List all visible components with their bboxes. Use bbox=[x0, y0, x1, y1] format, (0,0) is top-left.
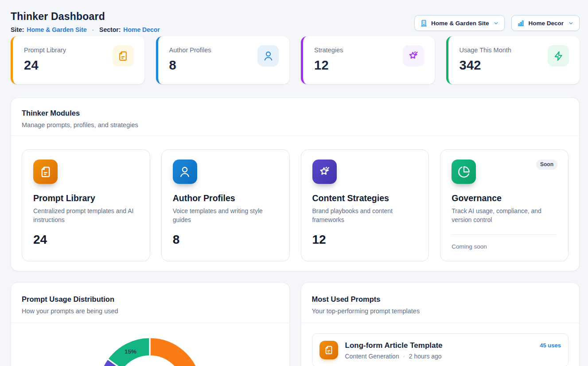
soon-badge: Soon bbox=[536, 160, 557, 170]
prompt-item-time: 2 hours ago bbox=[409, 353, 442, 360]
module-title: Content Strategies bbox=[312, 193, 418, 203]
module-count: 8 bbox=[173, 233, 278, 246]
modules-title: Thinker Modules bbox=[22, 108, 569, 118]
module-footer: Coming soon bbox=[452, 243, 557, 250]
modules-subtitle: Manage prompts, profiles, and strategies bbox=[22, 121, 569, 129]
module-title: Author Profiles bbox=[173, 193, 278, 203]
sparkle-star-icon bbox=[403, 45, 424, 66]
chevron-down-icon bbox=[493, 20, 499, 26]
donut-slice bbox=[150, 338, 202, 366]
sector-dropdown[interactable]: Home Decor bbox=[511, 15, 580, 31]
prompt-item-main: Long-form Article Template Content Gener… bbox=[345, 341, 533, 360]
prompt-item-meta: Content Generation · 2 hours ago bbox=[345, 353, 533, 360]
zap-icon bbox=[548, 45, 569, 66]
module-title: Prompt Library bbox=[33, 193, 139, 203]
prompt-item-category: Content Generation bbox=[345, 353, 399, 360]
module-description: Track AI usage, compliance, and version … bbox=[452, 206, 557, 224]
prompt-item-uses: 45 uses bbox=[540, 341, 561, 349]
most-used-title: Most Used Prompts bbox=[312, 294, 569, 304]
breadcrumb: Site: Home & Garden Site · Sector: Home … bbox=[11, 26, 160, 33]
sector-link[interactable]: Home Decor bbox=[123, 26, 160, 33]
user-icon bbox=[173, 160, 197, 184]
donut-slice-label: 15% bbox=[125, 348, 136, 355]
module-description: Brand playbooks and content frameworks bbox=[312, 206, 418, 224]
modules-header: Thinker Modules Manage prompts, profiles… bbox=[11, 98, 579, 136]
usage-distribution-panel: Prompt Usage Distribution How your promp… bbox=[11, 282, 290, 366]
prompt-list-item[interactable]: Long-form Article Template Content Gener… bbox=[312, 333, 569, 366]
pie-chart-icon bbox=[452, 160, 476, 184]
user-icon bbox=[257, 45, 279, 66]
module-card-prompt-library[interactable]: Prompt Library Centralized prompt templa… bbox=[22, 149, 150, 261]
meta-separator: · bbox=[403, 353, 405, 360]
divider bbox=[452, 234, 557, 235]
prompt-list: Long-form Article Template Content Gener… bbox=[301, 323, 580, 366]
page-title: Thinker Dashboard bbox=[11, 11, 160, 23]
sector-label: Sector: bbox=[99, 26, 121, 33]
site-dropdown[interactable]: Home & Garden Site bbox=[414, 15, 505, 31]
stat-card-usage: Usage This Month 342 bbox=[446, 36, 580, 84]
module-card-content-strategies[interactable]: Content Strategies Brand playbooks and c… bbox=[301, 149, 429, 261]
header-actions: Home & Garden Site Home Decor bbox=[414, 15, 580, 31]
building-icon bbox=[420, 19, 428, 27]
page-title-block: Thinker Dashboard Site: Home & Garden Si… bbox=[11, 11, 160, 33]
stat-card-prompt-library: Prompt Library 24 bbox=[11, 36, 144, 84]
module-description: Centralized prompt templates and AI inst… bbox=[33, 206, 139, 224]
stats-row: Prompt Library 24 Author Profiles 8 Stra… bbox=[11, 36, 580, 84]
stat-card-author-profiles: Author Profiles 8 bbox=[156, 36, 290, 84]
bottom-row: Prompt Usage Distribution How your promp… bbox=[11, 282, 580, 366]
module-count: 24 bbox=[33, 233, 139, 246]
modules-grid: Prompt Library Centralized prompt templa… bbox=[11, 136, 579, 271]
module-card-governance[interactable]: Soon Governance Track AI usage, complian… bbox=[440, 149, 569, 261]
module-card-author-profiles[interactable]: Author Profiles Voice templates and writ… bbox=[161, 149, 290, 261]
file-text-icon bbox=[113, 45, 134, 66]
prompt-item-title: Long-form Article Template bbox=[345, 341, 533, 350]
donut-chart-svg: 15% bbox=[11, 323, 289, 366]
usage-donut-chart: 15% bbox=[11, 323, 289, 366]
page-header: Thinker Dashboard Site: Home & Garden Si… bbox=[11, 11, 580, 33]
site-link[interactable]: Home & Garden Site bbox=[27, 26, 86, 33]
dashboard-page: Thinker Dashboard Site: Home & Garden Si… bbox=[0, 0, 588, 366]
bar-chart-icon bbox=[517, 19, 525, 27]
file-text-icon bbox=[319, 341, 338, 359]
module-description: Voice templates and writing style guides bbox=[173, 206, 278, 224]
module-count: 12 bbox=[312, 233, 418, 246]
most-used-header: Most Used Prompts Your top-performing pr… bbox=[301, 283, 580, 323]
sector-dropdown-label: Home Decor bbox=[528, 20, 564, 27]
chevron-down-icon bbox=[568, 20, 574, 26]
sparkle-star-icon bbox=[312, 160, 337, 184]
most-used-prompts-panel: Most Used Prompts Your top-performing pr… bbox=[301, 282, 580, 366]
thinker-modules-section: Thinker Modules Manage prompts, profiles… bbox=[11, 97, 580, 271]
most-used-subtitle: Your top-performing prompt templates bbox=[312, 307, 569, 315]
site-dropdown-label: Home & Garden Site bbox=[431, 20, 489, 27]
stat-card-strategies: Strategies 12 bbox=[301, 36, 435, 84]
file-text-icon bbox=[33, 160, 58, 184]
usage-panel-header: Prompt Usage Distribution How your promp… bbox=[11, 283, 289, 323]
usage-panel-title: Prompt Usage Distribution bbox=[22, 294, 279, 304]
breadcrumb-separator: · bbox=[90, 27, 97, 33]
module-title: Governance bbox=[452, 193, 557, 203]
site-label: Site: bbox=[11, 26, 24, 33]
usage-panel-subtitle: How your prompts are being used bbox=[22, 307, 279, 315]
